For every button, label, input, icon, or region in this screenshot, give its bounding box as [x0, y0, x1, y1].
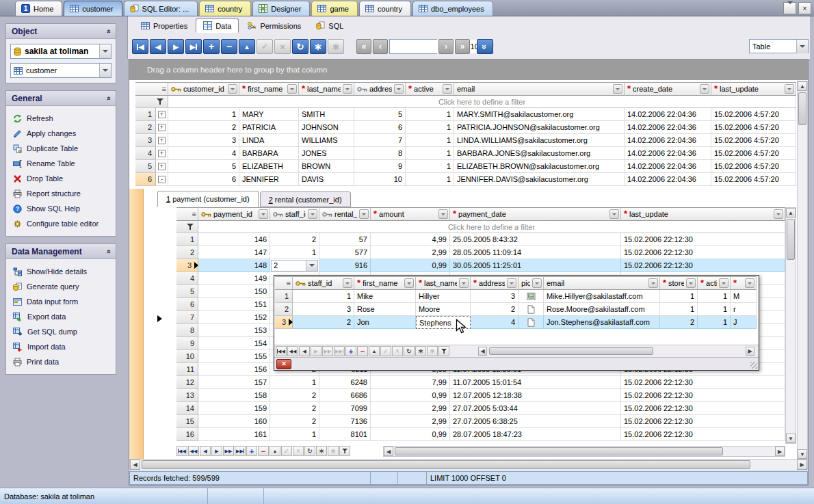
table-row[interactable]: 12157162487,9911.07.2005 15:01:5415.02.2…	[176, 376, 785, 389]
column-filter-dropdown[interactable]	[648, 278, 658, 288]
sidebar-item-refresh[interactable]: Refresh	[10, 111, 111, 126]
column-filter-dropdown[interactable]	[613, 84, 622, 94]
column-filter-dropdown[interactable]	[719, 278, 728, 288]
column-filter-dropdown[interactable]	[459, 278, 469, 288]
column-filter-dropdown[interactable]	[609, 209, 619, 219]
master-vertical-scrollbar[interactable]: ▲ ▼	[797, 81, 808, 460]
cell-create_date[interactable]: 14.02.2006 22:04:36	[625, 173, 711, 186]
document-tab-country[interactable]: country	[359, 1, 411, 16]
column-header-picture[interactable]: picture	[518, 276, 544, 290]
column-filter-dropdown[interactable]	[394, 84, 404, 94]
row-number-cell[interactable]: 2	[135, 121, 156, 134]
cell-payment_id[interactable]: 155	[198, 350, 270, 363]
cell-amount[interactable]: 2,99	[371, 415, 450, 428]
nav-filter-button[interactable]	[438, 346, 449, 356]
cell-payment_date[interactable]: 27.07.2005 6:38:25	[450, 415, 621, 428]
sidebar-item-print-data[interactable]: Print data	[10, 354, 111, 369]
cell-last_update[interactable]: 15.02.2006 22:12:30	[621, 376, 785, 389]
row-number-cell[interactable]: 2	[275, 303, 293, 316]
sidebar-item-apply-changes[interactable]: Apply changes	[10, 126, 111, 141]
cell-amount[interactable]: 0,99	[371, 428, 450, 441]
cell-last_update[interactable]: 15.02.2006 22:12:30	[621, 246, 785, 259]
panel-header[interactable]: General»	[6, 91, 116, 106]
collapse-icon[interactable]: »	[104, 29, 112, 33]
cell-customer_id[interactable]: 3	[168, 134, 239, 147]
column-header-amount[interactable]: *amount	[371, 207, 450, 221]
cell-create_date[interactable]: 14.02.2006 22:04:36	[625, 108, 711, 121]
sidebar-item-import-data[interactable]: Import data	[10, 339, 111, 354]
cell-amount[interactable]: 0,99	[371, 259, 450, 272]
cell-staff_id[interactable]: 1	[293, 290, 354, 303]
cell-last_name[interactable]: BROWN	[299, 160, 354, 173]
column-header-customer_id[interactable]: customer_id	[168, 82, 239, 96]
set-filter-button[interactable]: ∗	[310, 39, 326, 54]
table-row[interactable]: 11MikeHillyer3Mike.Hillyer@sakilastaff.c…	[275, 290, 757, 303]
scroll-up-icon[interactable]: ▲	[798, 81, 807, 91]
cell-last_update[interactable]: 15.02.2006 22:12:30	[621, 389, 785, 402]
scroll-left-icon[interactable]: ◀	[478, 347, 487, 356]
sidebar-item-export-data[interactable]: Export data	[10, 309, 111, 324]
cell-payment_id[interactable]: 157	[198, 376, 270, 389]
column-header-address_id[interactable]: address_id	[354, 82, 406, 96]
column-filter-dropdown[interactable]	[343, 84, 352, 94]
cell-email[interactable]: ELIZABETH.BROWN@sakilacustomer.org	[454, 160, 625, 173]
cell-staff_id[interactable]: 1	[270, 428, 319, 441]
cell-payment_date[interactable]: 30.05.2005 11:25:01	[450, 259, 621, 272]
page-size-spinner[interactable]: ▲▼	[389, 39, 437, 54]
sidebar-item-data-input-form[interactable]: Data input form	[10, 294, 111, 309]
cell-rental_id[interactable]: 8101	[319, 428, 371, 441]
cell-address_id[interactable]: 10	[354, 173, 406, 186]
scroll-left-icon[interactable]: ◀	[384, 447, 393, 456]
last-record-button[interactable]: ▶	[185, 39, 202, 54]
nav-insert-button[interactable]: +	[345, 346, 356, 356]
cell-create_date[interactable]: 14.02.2006 22:04:36	[625, 147, 711, 160]
cell-address_id[interactable]: 5	[354, 108, 406, 121]
cell-payment_id[interactable]: 150	[198, 285, 270, 298]
column-header-first_name[interactable]: *first_name	[239, 82, 299, 96]
column-header-active[interactable]: *active	[698, 276, 731, 290]
column-filter-dropdown[interactable]	[404, 278, 414, 288]
next-page-button[interactable]: ›	[438, 39, 454, 54]
cell-last_name[interactable]: SMITH	[299, 108, 354, 121]
last-page-button[interactable]: »	[455, 39, 470, 54]
fetch-all-button[interactable]: »	[477, 39, 493, 54]
cell-picture[interactable]	[518, 290, 544, 303]
cell-email[interactable]: Rose.Moore@sakilastaff.com	[544, 303, 660, 316]
cell-payment_date[interactable]: 12.07.2005 12:18:38	[450, 389, 621, 402]
table-row[interactable]: 214715772,9928.05.2005 11:09:1415.02.200…	[176, 246, 785, 259]
cell-active[interactable]: 1	[406, 160, 454, 173]
popup-close-button[interactable]: ✕	[276, 359, 291, 369]
window-menu-button[interactable]	[783, 2, 796, 14]
cell-customer_id[interactable]: 1	[168, 108, 239, 121]
cell-payment_id[interactable]: 149	[198, 272, 270, 285]
cell-email[interactable]: LINDA.WILLIAMS@sakilacustomer.org	[454, 134, 625, 147]
cell-editor-dropdown[interactable]	[306, 261, 317, 271]
row-number-cell[interactable]: 13	[176, 389, 198, 402]
nav-first-button[interactable]: ◀◀	[176, 446, 187, 456]
grid-corner-cell[interactable]: ≡	[135, 82, 168, 96]
insert-record-button[interactable]: +	[203, 39, 220, 54]
cell-rental_id[interactable]: 7099	[319, 402, 371, 415]
cell-payment_id[interactable]: 153	[198, 324, 270, 337]
row-number-cell[interactable]: 5	[135, 160, 156, 173]
nav-next-button[interactable]: ▶	[211, 446, 222, 456]
table-combobox[interactable]: customer	[10, 63, 111, 78]
cell-editor[interactable]: 2	[271, 260, 318, 271]
window-close-button[interactable]: ×	[798, 2, 811, 14]
cell-email[interactable]: Jon.Stephens@sakilastaff.com	[544, 316, 660, 329]
cell-clipped[interactable]: M	[731, 290, 757, 303]
collapse-icon[interactable]: »	[104, 96, 112, 100]
cell-payment_id[interactable]: 158	[198, 389, 270, 402]
column-header-payment_id[interactable]: payment_id	[198, 207, 270, 221]
row-number-cell[interactable]: 1	[275, 290, 293, 303]
outer-horizontal-scrollbar[interactable]: ◀ ▶	[129, 459, 808, 470]
scroll-up-icon[interactable]: ▲	[786, 208, 796, 217]
filter-hint-cell[interactable]: Click here to define a filter	[168, 96, 796, 108]
row-expand-toggle[interactable]: +	[158, 137, 166, 144]
cell-first_name[interactable]: Rose	[354, 303, 416, 316]
cell-rental_id[interactable]: 57	[319, 233, 371, 246]
cell-email[interactable]: Mike.Hillyer@sakilastaff.com	[544, 290, 660, 303]
nav-insert-button[interactable]: +	[246, 446, 257, 456]
cell-rental_id[interactable]: 7136	[319, 415, 371, 428]
column-filter-dropdown[interactable]	[438, 209, 448, 219]
